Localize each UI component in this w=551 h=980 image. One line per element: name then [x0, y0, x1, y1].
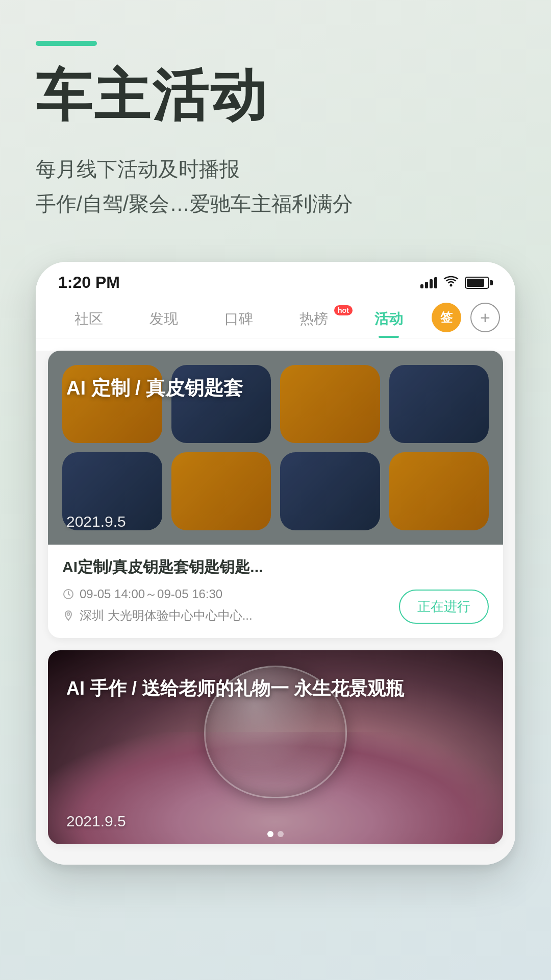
clock-icon [62, 588, 74, 600]
card-image-title-1: AI 定制 / 真皮钥匙套 [66, 375, 485, 401]
card-image-overlay-1: AI 定制 / 真皮钥匙套 2021.9.5 [48, 351, 503, 545]
status-icons [420, 275, 493, 290]
meta-time-row: 09-05 14:00～09-05 16:30 [62, 586, 253, 602]
phone-mockup: 1:20 PM [36, 262, 515, 865]
signal-bar-1 [420, 284, 423, 288]
card-title-1: AI定制/真皮钥匙套钥匙钥匙... [62, 557, 489, 578]
nav-tabs: 社区 发现 口碑 热榜 hot 活动 签 + [36, 297, 515, 338]
card-image-date-1: 2021.9.5 [66, 513, 485, 530]
tab-community[interactable]: 社区 [51, 302, 126, 338]
tab-reputation[interactable]: 口碑 [201, 302, 276, 338]
content-area: AI 定制 / 真皮钥匙套 2021.9.5 AI定制/真皮钥匙套钥匙钥匙... [36, 351, 515, 865]
page-title: 车主活动 [36, 64, 515, 126]
battery-icon [465, 277, 493, 289]
slide-dot-1 [267, 831, 273, 837]
signal-bar-3 [430, 279, 433, 288]
tab-hot[interactable]: 热榜 hot [277, 302, 352, 338]
svg-point-2 [67, 613, 70, 616]
hot-badge: hot [334, 305, 353, 315]
card-meta-left-1: 09-05 14:00～09-05 16:30 深圳 大光明体验中心中心中心.. [62, 586, 253, 624]
signal-bar-2 [425, 282, 428, 288]
tab-activity[interactable]: 活动 [352, 302, 427, 338]
page-wrapper: 车主活动 每月线下活动及时播报 手作/自驾/聚会…爱驰车主福利满分 1:20 P… [0, 0, 551, 980]
card-info-1: AI定制/真皮钥匙套钥匙钥匙... 09-05 14:00～0 [48, 545, 503, 638]
meta-location-row: 深圳 大光明体验中心中心中心... [62, 607, 253, 624]
location-icon [62, 609, 74, 622]
tab-discover[interactable]: 发现 [126, 302, 201, 338]
add-button[interactable]: + [470, 303, 500, 332]
card-time-1: 09-05 14:00～09-05 16:30 [80, 586, 222, 602]
subtitle-line-2: 手作/自驾/聚会…爱驰车主福利满分 [36, 186, 515, 221]
status-button-1[interactable]: 正在进行 [399, 590, 489, 624]
card-image-1: AI 定制 / 真皮钥匙套 2021.9.5 [48, 351, 503, 545]
card-meta-1: 09-05 14:00～09-05 16:30 深圳 大光明体验中心中心中心.. [62, 586, 489, 624]
subtitle-line-1: 每月线下活动及时播报 [36, 152, 515, 186]
activity-card-2[interactable]: AI 手作 / 送给老师的礼物一 永生花景观瓶 2021.9.5 [48, 650, 503, 844]
svg-point-0 [450, 284, 453, 287]
card-image-title-2: AI 手作 / 送给老师的礼物一 永生花景观瓶 [66, 675, 485, 702]
bottom-spacer [36, 844, 515, 865]
signal-bar-4 [434, 277, 437, 288]
accent-bar [36, 41, 97, 46]
card-image-overlay-2: AI 手作 / 送给老师的礼物一 永生花景观瓶 2021.9.5 [48, 650, 503, 844]
card-location-1: 深圳 大光明体验中心中心中心... [80, 607, 253, 624]
wifi-icon [443, 275, 459, 290]
slide-dots [267, 831, 284, 837]
subtitle-block: 每月线下活动及时播报 手作/自驾/聚会…爱驰车主福利满分 [36, 152, 515, 221]
card-image-2: AI 手作 / 送给老师的礼物一 永生花景观瓶 2021.9.5 [48, 650, 503, 844]
slide-dot-2 [278, 831, 284, 837]
activity-card-1[interactable]: AI 定制 / 真皮钥匙套 2021.9.5 AI定制/真皮钥匙套钥匙钥匙... [48, 351, 503, 638]
status-time: 1:20 PM [58, 273, 120, 292]
sign-button[interactable]: 签 [432, 303, 461, 332]
card-image-date-2: 2021.9.5 [66, 813, 485, 830]
status-bar: 1:20 PM [36, 262, 515, 297]
nav-right-icons: 签 + [427, 303, 500, 337]
signal-icon [420, 277, 437, 288]
